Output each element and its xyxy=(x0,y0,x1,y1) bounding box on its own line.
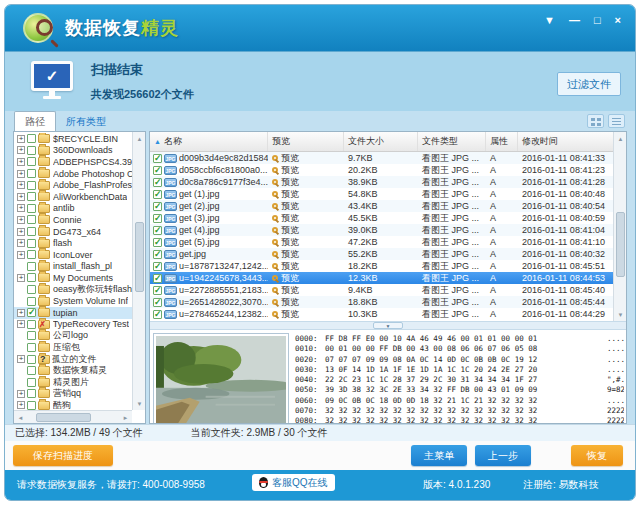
expander-icon[interactable] xyxy=(17,274,25,282)
tree-vertical-scrollbar[interactable]: ▲ ▼ xyxy=(132,132,145,410)
tree-item[interactable]: ✗ ? install_flash_pl xyxy=(14,261,132,273)
file-checkbox[interactable] xyxy=(153,190,162,199)
recover-button[interactable]: 恢复 xyxy=(571,445,623,466)
file-checkbox[interactable] xyxy=(153,250,162,259)
tree-checkbox[interactable] xyxy=(27,297,36,306)
maximize-icon[interactable]: □ xyxy=(594,13,601,27)
collapse-preview-button[interactable]: ▼ xyxy=(373,322,403,329)
preview-link[interactable]: 预览 xyxy=(268,200,344,212)
preview-link[interactable]: 预览 xyxy=(268,176,344,188)
scroll-down-icon[interactable]: ▼ xyxy=(133,397,146,410)
expander-icon[interactable] xyxy=(17,355,25,363)
tree-item[interactable]: ✗ ? Adobe_FlashProfes xyxy=(14,179,132,191)
tree-item[interactable]: ✗ ? IconLover xyxy=(14,249,132,261)
expander-icon[interactable] xyxy=(17,193,25,201)
table-vertical-scrollbar[interactable]: ▲ ▼ xyxy=(613,132,626,321)
expander-icon[interactable] xyxy=(17,239,25,247)
expander-icon[interactable] xyxy=(17,401,25,409)
tree-item[interactable]: ✗ ? oeasy教你玩转flash xyxy=(14,284,132,296)
tree-item[interactable]: ✗ ? My Documents xyxy=(14,272,132,284)
column-header-attr[interactable]: 属性 xyxy=(486,132,518,151)
file-checkbox[interactable] xyxy=(153,178,162,187)
expander-icon[interactable] xyxy=(17,320,25,328)
tree-checkbox[interactable] xyxy=(27,169,36,178)
scroll-up-icon[interactable]: ▲ xyxy=(614,132,627,145)
column-header-size[interactable]: 文件大小 xyxy=(344,132,418,151)
preview-link[interactable]: 预览 xyxy=(268,248,344,260)
tab-all-types[interactable]: 所有类型 xyxy=(56,112,116,131)
minimize-icon[interactable]: — xyxy=(569,13,580,27)
table-row[interactable]: JPG get (1).jpg 预览 54.8KB 看图王 JPG ... A … xyxy=(150,188,613,200)
tree-item[interactable]: ✗ ? 压缩包 xyxy=(14,342,132,354)
main-menu-button[interactable]: 主菜单 xyxy=(411,445,467,466)
tree-checkbox[interactable] xyxy=(27,181,36,190)
file-checkbox[interactable] xyxy=(153,214,162,223)
file-checkbox[interactable] xyxy=(153,202,162,211)
preview-link[interactable]: 预览 xyxy=(268,284,344,296)
tree-item[interactable]: ✗ ? 精灵图片 xyxy=(14,376,132,388)
tree-item[interactable]: ✗ ? System Volume Inf xyxy=(14,295,132,307)
tree-checkbox[interactable] xyxy=(27,366,36,375)
tree-item[interactable]: ✗ ? 360Downloads xyxy=(14,145,132,157)
preview-link[interactable]: 预览 xyxy=(268,164,344,176)
column-header-name[interactable]: ▲名称 xyxy=(150,132,268,151)
detail-view-icon[interactable] xyxy=(608,114,625,128)
tree-checkbox[interactable] xyxy=(27,273,36,282)
tree-checkbox[interactable] xyxy=(27,389,36,398)
file-checkbox[interactable] xyxy=(153,274,162,283)
tree-checkbox[interactable] xyxy=(27,378,36,387)
tree-checkbox[interactable] xyxy=(27,239,36,248)
table-row[interactable]: JPG u=278465244,12382... 预览 10.3KB 看图王 J… xyxy=(150,308,613,320)
tree-checkbox[interactable] xyxy=(27,192,36,201)
preview-link[interactable]: 预览 xyxy=(268,260,344,272)
table-row[interactable]: JPG d058ccbf6c81800a0... 预览 20.2KB 看图王 J… xyxy=(150,164,613,176)
file-checkbox[interactable] xyxy=(153,310,162,319)
tree-item[interactable]: ✗ ? Connie xyxy=(14,214,132,226)
filter-files-button[interactable]: 过滤文件 xyxy=(557,72,621,96)
preview-link[interactable]: 预览 xyxy=(268,212,344,224)
expander-icon[interactable] xyxy=(17,170,25,178)
table-row[interactable]: JPG get.jpg 预览 55.2KB 看图王 JPG ... A 2016… xyxy=(150,248,613,260)
tree-checkbox[interactable] xyxy=(27,331,36,340)
expander-icon[interactable] xyxy=(17,390,25,398)
scroll-up-icon[interactable]: ▲ xyxy=(133,132,146,145)
column-header-mtime[interactable]: 修改时间 xyxy=(518,132,626,151)
tree-item[interactable]: ✗ ? flash xyxy=(14,237,132,249)
table-row[interactable]: JPG u=1942245678,3443... 预览 12.3KB 看图王 J… xyxy=(150,272,613,284)
tree-checkbox[interactable] xyxy=(27,215,36,224)
expander-icon[interactable] xyxy=(17,251,25,259)
tree-item[interactable]: ✗ ? DG473_x64 xyxy=(14,226,132,238)
expander-icon[interactable] xyxy=(17,146,25,154)
column-header-preview[interactable]: 预览 xyxy=(268,132,344,151)
file-checkbox[interactable] xyxy=(153,298,162,307)
tree-item[interactable]: ✗ ? antlib xyxy=(14,203,132,215)
table-row[interactable]: JPG d009b3d4e9c82d1584... 预览 9.7KB 看图王 J… xyxy=(150,152,613,164)
expander-icon[interactable] xyxy=(17,204,25,212)
previous-step-button[interactable]: 上一步 xyxy=(475,445,531,466)
column-header-type[interactable]: 文件类型 xyxy=(418,132,486,151)
tree-checkbox[interactable] xyxy=(27,157,36,166)
file-checkbox[interactable] xyxy=(153,226,162,235)
close-icon[interactable]: × xyxy=(615,13,621,27)
file-checkbox[interactable] xyxy=(153,166,162,175)
expander-icon[interactable] xyxy=(17,309,25,317)
file-checkbox[interactable] xyxy=(153,262,162,271)
tree-checkbox[interactable] xyxy=(27,285,36,294)
tree-checkbox[interactable] xyxy=(27,262,36,271)
menu-dropdown-icon[interactable]: ▼ xyxy=(544,13,555,27)
tree-item[interactable]: ✗ ? TypeRecovery Test xyxy=(14,319,132,331)
tree-checkbox[interactable] xyxy=(27,401,36,410)
preview-link[interactable]: 预览 xyxy=(268,296,344,308)
tree-checkbox[interactable] xyxy=(27,204,36,213)
expander-icon[interactable] xyxy=(17,158,25,166)
tree-item[interactable]: ✗ ? AliWorkbenchData xyxy=(14,191,132,203)
preview-splitter[interactable]: ▼ xyxy=(150,321,626,330)
file-checkbox[interactable] xyxy=(153,238,162,247)
preview-link[interactable]: 预览 xyxy=(268,308,344,320)
thumbnail-view-icon[interactable] xyxy=(587,114,604,128)
tree-item[interactable]: ✗ ? ADBEPHSPCS4.39402 xyxy=(14,156,132,168)
table-row[interactable]: JPG get (3).jpg 预览 45.5KB 看图王 JPG ... A … xyxy=(150,212,613,224)
table-row[interactable]: JPG u=2651428022,3070... 预览 18.8KB 看图王 J… xyxy=(150,296,613,308)
file-checkbox[interactable] xyxy=(153,286,162,295)
preview-link[interactable]: 预览 xyxy=(268,224,344,236)
